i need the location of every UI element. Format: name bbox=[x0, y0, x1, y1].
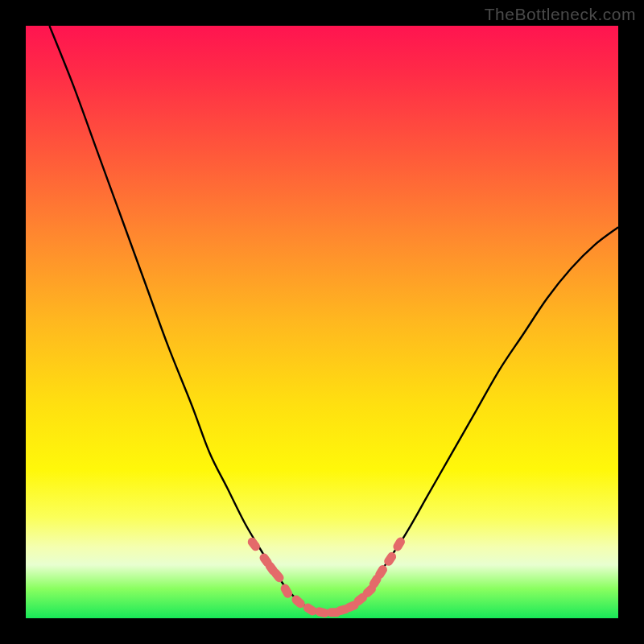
bottleneck-curve bbox=[49, 26, 618, 613]
chart-frame: TheBottleneck.com bbox=[0, 0, 644, 644]
highlight-markers bbox=[246, 535, 407, 618]
curve-svg bbox=[26, 26, 618, 618]
watermark-text: TheBottleneck.com bbox=[485, 5, 636, 24]
marker-point bbox=[391, 535, 407, 552]
marker-point bbox=[246, 535, 262, 552]
plot-area bbox=[26, 26, 618, 618]
marker-point bbox=[279, 583, 295, 600]
